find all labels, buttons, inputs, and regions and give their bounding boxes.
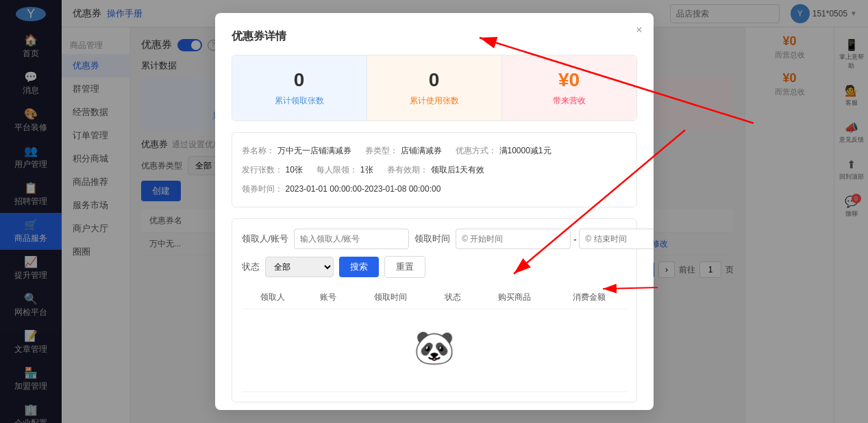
- modal-stat-use-label: 累计使用张数: [381, 95, 488, 107]
- info-validity: 券有效期： 领取后1天有效: [387, 162, 485, 178]
- info-limit-val: 1张: [360, 162, 373, 178]
- modal-stat-use: 0 累计使用张数: [367, 55, 502, 120]
- modal-col-receiver: 领取人: [242, 286, 304, 309]
- modal-overlay: 优惠券详情 × 0 累计领取张数 0 累计使用张数 ¥0 带来营收 券名称： 万…: [0, 0, 868, 423]
- modal-stats: 0 累计领取张数 0 累计使用张数 ¥0 带来营收: [232, 55, 637, 121]
- date-separator: -: [573, 234, 576, 244]
- empty-cell: 🐼: [242, 309, 627, 392]
- modal-stat-revenue-num: ¥0: [516, 69, 623, 91]
- modal-stat-use-num: 0: [381, 69, 488, 91]
- modal-search-area: 领取人/账号 领取时间 - 状态 全部 搜索 重置: [232, 218, 637, 402]
- receiver-input[interactable]: [294, 229, 409, 249]
- info-time-val: 2023-01-01 00:00:00-2023-01-08 00:00:00: [286, 181, 441, 197]
- modal-stat-receive-label: 累计领取张数: [246, 95, 353, 107]
- date-range: -: [456, 229, 653, 249]
- info-quantity: 发行张数： 10张: [242, 162, 303, 178]
- info-name: 券名称： 万中无一店铺满减券: [242, 142, 351, 159]
- info-limit-key: 每人限领：: [317, 162, 358, 178]
- modal-col-amount: 消费金额: [552, 286, 627, 309]
- modal-col-account: 账号: [303, 286, 354, 309]
- modal-stat-receive: 0 累计领取张数: [232, 55, 367, 120]
- empty-icon: 🐼: [414, 329, 455, 367]
- modal-title: 优惠券详情: [232, 29, 637, 44]
- modal-col-status: 状态: [427, 286, 478, 309]
- info-name-key: 券名称：: [242, 142, 275, 159]
- modal-stat-receive-num: 0: [246, 69, 353, 91]
- info-limit: 每人限领： 1张: [317, 162, 373, 178]
- modal-table: 领取人 账号 领取时间 状态 购买商品 消费金额 🐼: [242, 286, 627, 392]
- info-type: 券类型： 店铺满减券: [365, 142, 442, 159]
- info-discount: 优惠方式： 满10000减1元: [456, 142, 551, 159]
- time-label: 领取时间: [414, 233, 450, 245]
- info-name-val: 万中无一店铺满减券: [277, 142, 351, 159]
- modal-stat-revenue: ¥0 带来营收: [502, 55, 636, 120]
- status-label: 状态: [242, 261, 260, 273]
- info-discount-key: 优惠方式：: [456, 142, 497, 159]
- modal-stat-revenue-label: 带来营收: [516, 95, 623, 107]
- info-validity-key: 券有效期：: [387, 162, 428, 178]
- info-quantity-val: 10张: [286, 162, 303, 178]
- info-time: 领券时间： 2023-01-01 00:00:00-2023-01-08 00:…: [242, 181, 441, 197]
- empty-state: 🐼: [250, 315, 619, 386]
- start-time-input[interactable]: [456, 229, 571, 249]
- info-quantity-key: 发行张数：: [242, 162, 283, 178]
- info-time-key: 领券时间：: [242, 181, 283, 197]
- info-validity-val: 领取后1天有效: [431, 162, 485, 178]
- info-type-val: 店铺满减券: [401, 142, 442, 159]
- empty-row: 🐼: [242, 309, 627, 392]
- modal-col-goods: 购买商品: [478, 286, 552, 309]
- modal-close-button[interactable]: ×: [636, 24, 642, 36]
- end-time-input[interactable]: [579, 229, 653, 249]
- modal-col-time: 领取时间: [354, 286, 428, 309]
- search-button[interactable]: 搜索: [339, 257, 379, 277]
- modal-info: 券名称： 万中无一店铺满减券 券类型： 店铺满减券 优惠方式： 满10000减1…: [232, 132, 637, 207]
- status-select[interactable]: 全部: [265, 257, 334, 277]
- receiver-label: 领取人/账号: [242, 233, 289, 245]
- reset-button[interactable]: 重置: [384, 256, 425, 278]
- modal: 优惠券详情 × 0 累计领取张数 0 累计使用张数 ¥0 带来营收 券名称： 万…: [215, 13, 654, 410]
- info-type-key: 券类型：: [365, 142, 398, 159]
- info-discount-val: 满10000减1元: [499, 142, 551, 159]
